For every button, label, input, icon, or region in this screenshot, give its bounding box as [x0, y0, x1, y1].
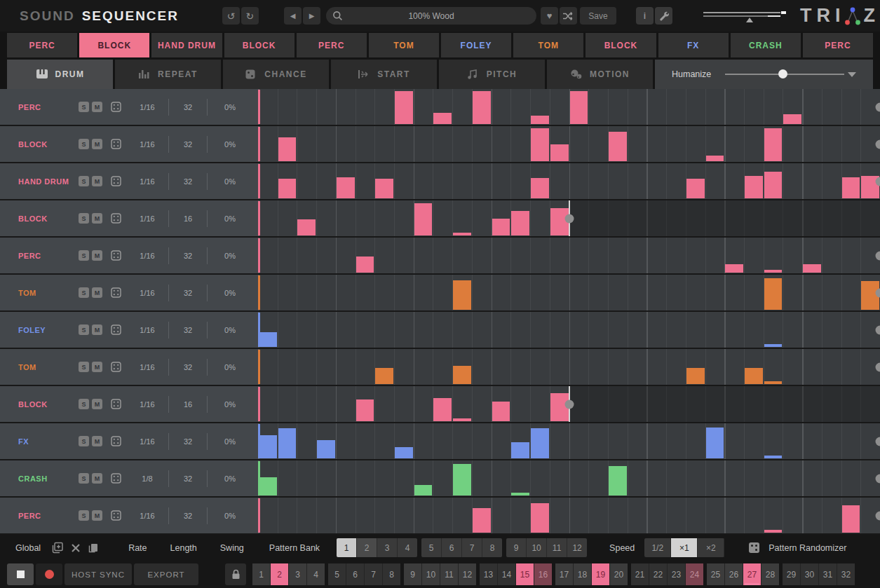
length-drag-handle[interactable]: [876, 437, 880, 446]
step-bar-23[interactable]: [686, 368, 705, 385]
step-bar-28[interactable]: [783, 114, 801, 124]
mute-button[interactable]: M: [92, 362, 102, 372]
track-tab-crash-11[interactable]: CRASH: [731, 33, 801, 57]
save-button[interactable]: Save: [580, 7, 616, 25]
track-percent-value[interactable]: 0%: [211, 437, 249, 446]
track-randomize-button[interactable]: [111, 473, 121, 484]
step-bar-7[interactable]: [375, 368, 393, 385]
step-bar-24[interactable]: [706, 428, 724, 458]
length-drag-handle[interactable]: [876, 474, 880, 483]
mute-button[interactable]: M: [92, 399, 102, 409]
track-tab-perc-12[interactable]: PERC: [803, 33, 873, 57]
step-bar-26[interactable]: [745, 368, 763, 385]
step-bar-31[interactable]: [842, 177, 860, 198]
solo-button[interactable]: S: [79, 510, 89, 521]
track-tab-tom-8[interactable]: TOM: [513, 33, 583, 57]
step-bar-11[interactable]: [453, 418, 471, 421]
step-button-19[interactable]: 19: [592, 563, 610, 585]
track-rate-value[interactable]: 1/16: [130, 326, 165, 334]
info-button[interactable]: i: [636, 7, 654, 25]
track-length-value[interactable]: 32: [172, 252, 203, 260]
step-bar-11[interactable]: [453, 280, 471, 310]
length-drag-handle[interactable]: [876, 139, 880, 149]
mute-button[interactable]: M: [92, 213, 102, 224]
copy-pattern-button[interactable]: [88, 542, 99, 554]
track-rate-value[interactable]: 1/16: [130, 437, 165, 446]
track-length-value[interactable]: 32: [172, 177, 203, 186]
track-tab-hand-drum-3[interactable]: HAND DRUM: [151, 33, 222, 57]
track-rate-value[interactable]: 1/16: [130, 140, 165, 149]
track-tab-tom-6[interactable]: TOM: [369, 33, 439, 57]
humanize-dropdown-arrow[interactable]: [848, 72, 856, 77]
step-bar-2[interactable]: [278, 179, 297, 198]
lock-button[interactable]: [225, 563, 246, 585]
step-button-27[interactable]: 27: [743, 563, 761, 585]
step-button-31[interactable]: 31: [819, 563, 837, 585]
step-bar-3[interactable]: [297, 219, 316, 236]
track-percent-value[interactable]: 0%: [211, 214, 249, 223]
random-preset-button[interactable]: [560, 7, 577, 25]
track-randomize-button[interactable]: [111, 176, 121, 186]
step-bar-27[interactable]: [764, 270, 783, 273]
clear-pattern-button[interactable]: [71, 543, 81, 553]
step-bar-2[interactable]: [278, 428, 297, 458]
step-button-14[interactable]: 14: [498, 563, 516, 585]
track-step-grid[interactable]: [258, 200, 880, 236]
step-bar-9[interactable]: [414, 203, 433, 235]
step-bar-1[interactable]: [259, 477, 277, 495]
speed-button-x1[interactable]: ×1: [671, 538, 698, 557]
step-bar-11[interactable]: [453, 233, 471, 235]
step-button-1[interactable]: 1: [252, 563, 271, 585]
step-button-28[interactable]: 28: [761, 563, 779, 585]
mute-button[interactable]: M: [92, 324, 102, 335]
pattern-bank-button-7[interactable]: 7: [462, 538, 482, 557]
step-button-3[interactable]: 3: [289, 563, 307, 585]
mode-tab-repeat[interactable]: REPEAT: [115, 60, 221, 89]
step-bar-27[interactable]: [764, 344, 783, 347]
step-button-10[interactable]: 10: [422, 563, 440, 585]
step-bar-2[interactable]: [278, 137, 297, 161]
track-percent-value[interactable]: 0%: [211, 140, 249, 149]
rate-dropdown[interactable]: Rate: [128, 543, 147, 553]
track-step-grid[interactable]: [258, 460, 880, 496]
step-bar-5[interactable]: [337, 177, 355, 198]
step-bar-24[interactable]: [706, 156, 724, 161]
track-rate-value[interactable]: 1/16: [130, 177, 165, 186]
step-bar-7[interactable]: [375, 179, 393, 198]
track-randomize-button[interactable]: [111, 213, 121, 224]
track-step-grid[interactable]: [258, 312, 880, 348]
track-rate-value[interactable]: 1/16: [130, 289, 165, 297]
length-dropdown[interactable]: Length: [170, 543, 197, 553]
solo-button[interactable]: S: [79, 102, 89, 112]
length-drag-handle[interactable]: [876, 251, 880, 260]
pattern-bank-button-1[interactable]: 1: [337, 538, 357, 557]
step-button-30[interactable]: 30: [801, 563, 819, 585]
step-bar-14[interactable]: [511, 211, 529, 235]
step-bar-1[interactable]: [259, 332, 277, 347]
track-randomize-button[interactable]: [111, 510, 121, 521]
solo-button[interactable]: S: [79, 362, 89, 372]
mode-tab-drum[interactable]: DRUM: [7, 60, 113, 89]
mode-tab-chance[interactable]: CHANCE: [223, 60, 329, 89]
track-tab-perc-1[interactable]: PERC: [7, 33, 77, 57]
step-button-32[interactable]: 32: [837, 563, 855, 585]
step-bar-11[interactable]: [453, 464, 471, 495]
step-bar-6[interactable]: [356, 399, 374, 421]
track-rate-value[interactable]: 1/8: [130, 474, 165, 483]
track-length-value[interactable]: 16: [172, 400, 203, 409]
step-bar-27[interactable]: [764, 128, 783, 161]
next-preset-button[interactable]: ▶: [303, 7, 320, 25]
mute-button[interactable]: M: [92, 473, 102, 484]
favorite-button[interactable]: ♥: [541, 7, 558, 25]
settings-button[interactable]: [655, 7, 672, 25]
step-button-25[interactable]: 25: [707, 563, 725, 585]
step-button-23[interactable]: 23: [668, 563, 686, 585]
previous-preset-button[interactable]: ◀: [284, 7, 302, 25]
solo-button[interactable]: S: [79, 213, 89, 224]
track-randomize-button[interactable]: [111, 324, 121, 335]
track-randomize-button[interactable]: [111, 362, 121, 372]
step-bar-14[interactable]: [511, 442, 529, 459]
track-length-value[interactable]: 32: [172, 140, 203, 149]
step-bar-14[interactable]: [511, 493, 529, 495]
track-percent-value[interactable]: 0%: [211, 177, 249, 186]
